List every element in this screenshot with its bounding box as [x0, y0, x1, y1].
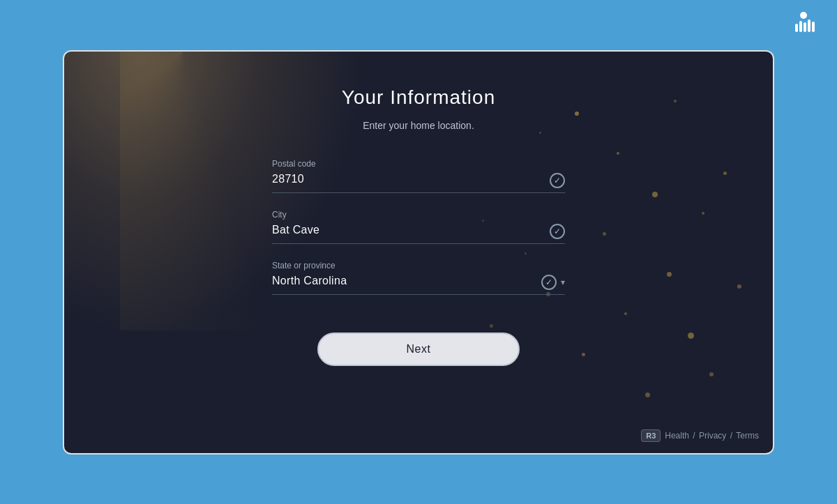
svg-rect-1	[795, 24, 798, 32]
svg-rect-4	[808, 20, 810, 32]
postal-code-input[interactable]	[272, 173, 544, 188]
state-dropdown-arrow[interactable]: ▾	[561, 277, 565, 287]
divider2: /	[730, 431, 735, 441]
divider1: /	[693, 431, 698, 441]
footer-links: Health / Privacy / Terms	[665, 431, 759, 441]
state-input[interactable]	[272, 275, 536, 290]
city-check-icon: ✓	[550, 224, 565, 239]
page-title: Your Information	[342, 86, 495, 109]
state-row: ✓ ▾	[272, 275, 565, 295]
logo	[783, 8, 824, 41]
city-label: City	[272, 210, 565, 220]
form-content: Your Information Enter your home locatio…	[64, 52, 773, 366]
particle	[645, 392, 650, 397]
svg-rect-5	[812, 22, 815, 32]
top-bar	[770, 0, 837, 49]
page-subtitle: Enter your home location.	[363, 120, 474, 131]
state-label: State or province	[272, 261, 565, 270]
card-footer: R3 Health / Privacy / Terms	[641, 429, 759, 442]
checkmark: ✓	[545, 278, 552, 287]
state-check-icon: ✓	[541, 275, 557, 290]
particle	[709, 372, 714, 376]
postal-code-row: ✓	[272, 173, 565, 193]
svg-rect-2	[799, 21, 802, 32]
privacy-link[interactable]: Privacy	[699, 431, 726, 441]
svg-point-0	[800, 12, 807, 19]
postal-code-group: Postal code ✓	[272, 159, 565, 193]
form-container: Postal code ✓ City ✓	[272, 159, 565, 312]
city-input[interactable]	[272, 224, 544, 239]
main-card: Your Information Enter your home locatio…	[63, 50, 774, 455]
state-group: State or province ✓ ▾	[272, 261, 565, 295]
terms-link[interactable]: Terms	[736, 431, 759, 441]
city-group: City ✓	[272, 210, 565, 244]
footer-badge: R3	[641, 429, 661, 442]
postal-code-label: Postal code	[272, 159, 565, 169]
city-row: ✓	[272, 224, 565, 244]
svg-rect-3	[804, 22, 806, 32]
checkmark: ✓	[554, 227, 561, 236]
checkmark: ✓	[554, 176, 561, 185]
postal-code-check-icon: ✓	[550, 173, 565, 188]
health-link[interactable]: Health	[665, 431, 689, 441]
next-button[interactable]: Next	[317, 333, 520, 366]
